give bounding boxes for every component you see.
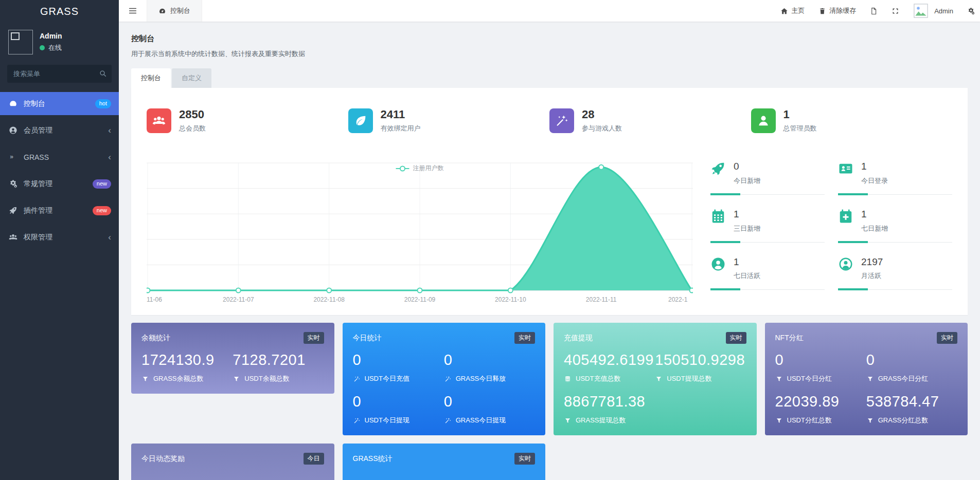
- funnel-icon: [775, 375, 783, 383]
- summary-card: NFT分红实时0USDT今日分红0GRASS今日分红22039.89USDT分红…: [765, 323, 968, 435]
- svg-text:2022-11-09: 2022-11-09: [404, 296, 436, 303]
- content: 控制台 用于展示当前系统中的统计数据、统计报表及重要实时数据 控制台 自定义 2…: [119, 22, 980, 480]
- expand-icon: [892, 7, 899, 15]
- sidebar-menu-item[interactable]: 控制台hot: [0, 92, 119, 115]
- page-tabs: 控制台 自定义: [131, 68, 968, 88]
- page-head: 控制台 用于展示当前系统中的统计数据、统计报表及重要实时数据: [131, 22, 968, 59]
- wand-icon: [444, 375, 452, 383]
- mini-stat: 0今日新增: [710, 161, 825, 195]
- stat-label: 总管理员数: [783, 124, 817, 133]
- card-stat-value: 0: [353, 350, 444, 370]
- page-subtitle: 用于展示当前系统中的统计数据、统计报表及重要实时数据: [131, 49, 968, 59]
- card-badge: 实时: [514, 453, 535, 465]
- mini-stat-label: 七日新增: [861, 224, 888, 233]
- topbar-avatar[interactable]: [913, 3, 929, 19]
- user-avatar-placeholder: [8, 30, 33, 54]
- card-stat-value: 0: [866, 350, 957, 370]
- mini-stat-value: 1: [734, 256, 760, 268]
- card-stat: 0USDT今日充值: [353, 350, 444, 383]
- card-stat: 405492.6199USDT充值总数: [564, 350, 655, 383]
- mini-stat: 1七日活跃: [710, 256, 825, 291]
- chevron-left-icon: ‹: [108, 153, 111, 161]
- search-input[interactable]: [7, 65, 112, 83]
- stat-card: 2411有效绑定用户: [348, 108, 550, 133]
- users-icon: [8, 233, 18, 242]
- main-area: 控制台 主页 清除缓存 Admin: [119, 0, 980, 480]
- fullscreen-button[interactable]: [892, 7, 899, 15]
- topbar-tab-dashboard[interactable]: 控制台: [147, 0, 202, 22]
- mini-stat-label: 今日新增: [734, 176, 760, 186]
- chart-legend[interactable]: 注册用户数: [396, 164, 444, 173]
- mini-stat-value: 1: [861, 209, 888, 220]
- sidebar-menu-label: 常规管理: [24, 179, 52, 189]
- sidebar-menu-item[interactable]: 会员管理‹: [0, 119, 119, 142]
- mini-stat-underline: [710, 288, 825, 290]
- legend-marker-icon: [396, 168, 409, 169]
- tab-custom[interactable]: 自定义: [172, 68, 211, 88]
- sidebar-menu-item[interactable]: 常规管理new: [0, 172, 119, 195]
- card-stat-value: 0: [353, 392, 444, 411]
- home-link[interactable]: 主页: [780, 6, 805, 15]
- card-title: 充值提现: [564, 334, 593, 343]
- stat-value: 2850: [179, 108, 206, 121]
- mini-stat-label: 七日活跃: [734, 271, 760, 281]
- card-stat: 1724130.9GRASS余额总数: [141, 350, 233, 383]
- card-stat: 150510.9298USDT提现总数: [655, 350, 746, 383]
- card-stat-label: USDT分红总数: [787, 416, 832, 425]
- tachometer-icon: [8, 99, 18, 108]
- chevron-left-icon: ‹: [108, 233, 111, 242]
- dashboard-panel: 2850总会员数2411有效绑定用户28参与游戏人数1总管理员数 注册用户数 1…: [131, 88, 968, 315]
- sidebar-menu-label: 权限管理: [24, 233, 52, 242]
- calendar-plus-icon: [838, 209, 854, 225]
- svg-text:2022-11-07: 2022-11-07: [223, 296, 254, 303]
- tab-dashboard[interactable]: 控制台: [131, 68, 171, 88]
- sidebar-menu-item[interactable]: 插件管理new: [0, 199, 119, 222]
- sidebar-menu-item[interactable]: »GRASS‹: [0, 145, 119, 169]
- wand-icon: [444, 417, 452, 424]
- online-dot-icon: [40, 45, 45, 50]
- card-stat: 0GRASS今日提现: [444, 392, 535, 425]
- page-log-button[interactable]: [870, 7, 878, 15]
- card-stat-value: 150510.9298: [655, 350, 746, 370]
- mini-stat-underline: [710, 193, 825, 195]
- svg-text:2022-11-10: 2022-11-10: [495, 296, 526, 303]
- svg-text:»: »: [10, 153, 13, 160]
- svg-text:2022-11-08: 2022-11-08: [313, 296, 345, 303]
- trash-icon: [818, 7, 826, 15]
- card-stat-value: 405492.6199: [564, 350, 655, 370]
- summary-card: GRASS统计实时: [343, 444, 546, 480]
- user-solid-circle-icon: [710, 256, 727, 273]
- funnel-icon: [233, 375, 240, 383]
- users-icon: [147, 108, 171, 133]
- sidebar-toggle-button[interactable]: [119, 0, 147, 22]
- wand-icon: [353, 375, 361, 383]
- search-icon[interactable]: [99, 69, 107, 78]
- settings-button[interactable]: [967, 7, 975, 15]
- mini-stat-value: 1: [734, 209, 760, 220]
- stat-label: 总会员数: [179, 124, 206, 133]
- gears-icon: [967, 7, 975, 15]
- card-stat-label: GRASS提现总数: [576, 416, 626, 425]
- card-title: GRASS统计: [353, 454, 393, 464]
- stat-card: 1总管理员数: [751, 108, 953, 133]
- card-stat: 0USDT今日分红: [775, 350, 866, 383]
- user-icon: [751, 108, 776, 133]
- rocket-icon: [710, 161, 727, 177]
- card-title: 今日动态奖励: [141, 454, 185, 464]
- wand-icon: [353, 417, 361, 424]
- sidebar-menu-label: 会员管理: [24, 126, 52, 135]
- summary-card: 余额统计实时1724130.9GRASS余额总数7128.7201USDT余额总…: [131, 323, 334, 394]
- clear-cache-button[interactable]: 清除缓存: [818, 6, 856, 15]
- card-stat-label: USDT提现总数: [667, 374, 711, 383]
- sidebar-user-panel: Admin 在线: [0, 23, 119, 60]
- sidebar-menu-label: 插件管理: [24, 206, 52, 215]
- card-stat-value: 7128.7201: [233, 350, 324, 370]
- topbar: 控制台 主页 清除缓存 Admin: [119, 0, 980, 22]
- brand-title: GRASS: [0, 0, 119, 23]
- mini-stat-value: 2197: [861, 256, 883, 268]
- id-card-icon: [838, 161, 854, 177]
- sidebar-menu-item[interactable]: 权限管理‹: [0, 226, 119, 249]
- card-stat-label: GRASS今日提现: [456, 416, 506, 425]
- topbar-username[interactable]: Admin: [934, 7, 953, 15]
- summary-card: 充值提现实时405492.6199USDT充值总数150510.9298USDT…: [554, 323, 757, 435]
